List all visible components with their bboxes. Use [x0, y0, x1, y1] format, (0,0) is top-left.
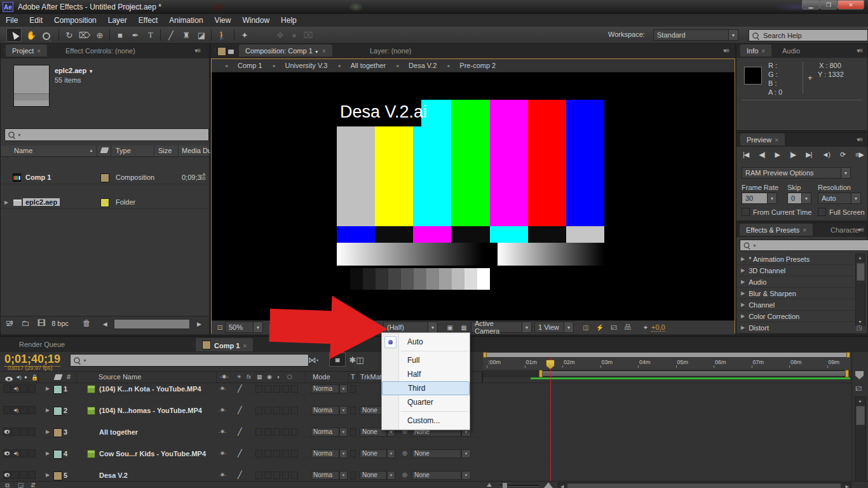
camera-dropdown[interactable]: Active Camera▼: [471, 322, 532, 333]
layer-label-chip[interactable]: [53, 471, 62, 480]
layer-source-name[interactable]: All together: [99, 428, 138, 436]
parent-pickwhip-icon[interactable]: ◎: [402, 450, 407, 456]
menu-item[interactable]: Custom...: [382, 414, 470, 428]
in-out-columns-icon[interactable]: ⇵: [31, 482, 36, 488]
switch-cell[interactable]: [273, 450, 280, 458]
solo-switch[interactable]: [20, 471, 27, 479]
breadcrumb-item[interactable]: University V.3: [281, 61, 332, 70]
bit-depth[interactable]: 8 bpc: [51, 320, 69, 327]
transparency-grid-icon[interactable]: ▦: [457, 321, 471, 334]
video-switch[interactable]: [3, 449, 11, 458]
menu-item[interactable]: Quarter: [382, 395, 470, 409]
switch-cell[interactable]: [255, 428, 262, 436]
label-chip[interactable]: [100, 173, 109, 182]
checkbox-icon[interactable]: [818, 208, 826, 216]
video-switch[interactable]: [3, 428, 11, 436]
close-icon[interactable]: ×: [322, 48, 326, 55]
zoom-slider-thumb[interactable]: [502, 482, 508, 488]
menu-item[interactable]: Half: [382, 367, 470, 381]
new-composition-icon[interactable]: 🎞: [34, 316, 48, 329]
quality-cell[interactable]: ╱: [238, 449, 242, 458]
project-file-name[interactable]: eplc2.aep ▼: [55, 67, 93, 74]
timeline-search-input[interactable]: ▼: [70, 354, 309, 367]
twirl-icon[interactable]: ▶: [46, 451, 50, 456]
scroll-thumb[interactable]: [567, 484, 841, 488]
full-screen-checkbox[interactable]: Full Screen: [818, 208, 865, 216]
tab-project[interactable]: Project×: [6, 44, 47, 57]
timeline-h-scrollbar[interactable]: ◀ ▶: [558, 482, 851, 488]
ram-preview-icon[interactable]: ≡▶: [855, 151, 864, 159]
audio-switch[interactable]: ◄): [11, 449, 19, 458]
layer-label-chip[interactable]: [53, 385, 62, 394]
trash-icon[interactable]: 🗑: [79, 316, 93, 329]
twirl-icon[interactable]: ▶: [46, 429, 50, 435]
v-scrollbar[interactable]: ▲ ▼: [855, 396, 866, 487]
effects-category-row[interactable]: ▶Channel: [737, 299, 854, 311]
switch-cell[interactable]: [273, 385, 280, 393]
scroll-up-icon[interactable]: ▲: [858, 255, 862, 260]
effects-category-row[interactable]: ▶3D Channel: [737, 265, 854, 276]
audio-switch[interactable]: ◄): [11, 428, 19, 436]
preserve-transparency-cell[interactable]: [350, 471, 356, 479]
hash-header[interactable]: #: [67, 373, 71, 381]
effects-search-input[interactable]: ▼: [740, 240, 868, 251]
last-frame-icon[interactable]: ▶|: [806, 151, 811, 159]
switch-cell[interactable]: [273, 407, 280, 414]
selection-tool[interactable]: [6, 28, 22, 42]
switch-cell[interactable]: [255, 450, 262, 458]
from-current-time-checkbox[interactable]: From Current Time: [742, 208, 811, 216]
switch-cell[interactable]: [291, 450, 298, 458]
text-tool-icon[interactable]: T: [144, 29, 158, 41]
effects-category-row[interactable]: ▶* Animation Presets: [737, 254, 854, 265]
camera-tool-icon[interactable]: ⌦: [78, 29, 92, 41]
chevron-down-icon[interactable]: ▼: [339, 384, 348, 393]
switch-cell[interactable]: [273, 428, 280, 436]
label-chip[interactable]: [100, 198, 109, 207]
menu-item[interactable]: File: [0, 14, 24, 27]
scroll-up-icon[interactable]: ▲: [858, 398, 862, 403]
comp-viewer[interactable]: Desa V.2.ai: [212, 72, 735, 320]
view-layout-dropdown[interactable]: 1 View▼: [534, 322, 574, 333]
quality-cell[interactable]: ╱: [238, 471, 242, 479]
chevron-down-icon[interactable]: ▼: [461, 471, 471, 480]
maximize-button[interactable]: ❐: [820, 0, 837, 10]
chevron-down-icon[interactable]: ▼: [339, 449, 348, 458]
switch-cell[interactable]: [264, 385, 271, 393]
zoom-in-mountain-icon[interactable]: [544, 482, 553, 488]
scroll-left-icon[interactable]: ◀: [98, 318, 112, 330]
breadcrumb-item[interactable]: Comp 1: [233, 61, 267, 70]
tab-audio[interactable]: Audio: [776, 44, 806, 57]
panel-menu-icon[interactable]: ▾≡: [857, 47, 862, 54]
skip-dropdown[interactable]: 0▼: [787, 193, 811, 204]
roto-brush-tool-icon[interactable]: 🚶: [215, 29, 229, 41]
twirl-icon[interactable]: ▶: [741, 268, 745, 273]
resolution-dropdown[interactable]: (Half)▼: [383, 322, 438, 333]
parent-whip-cell[interactable]: -✱-: [219, 407, 226, 413]
audio-switch[interactable]: ◄): [11, 384, 19, 393]
menu-item[interactable]: Full: [382, 353, 470, 367]
frame-rate-dropdown[interactable]: 30▼: [742, 193, 777, 204]
rotation-tool-icon[interactable]: ↻: [62, 29, 76, 41]
layer-source-name[interactable]: Desa V.2: [99, 471, 128, 479]
eraser-tool-icon[interactable]: ◪: [194, 29, 208, 41]
item-name[interactable]: Comp 1: [25, 173, 51, 181]
tab-effects-presets[interactable]: Effects & Presets×: [740, 224, 813, 236]
tab-effect-controls[interactable]: Effect Controls: (none): [59, 44, 142, 57]
source-name-header[interactable]: Source Name: [98, 373, 141, 381]
menu-item[interactable]: View: [209, 14, 237, 27]
roi-icon[interactable]: ▣: [443, 321, 457, 334]
menu-item[interactable]: Effect: [133, 14, 163, 27]
parent-pickwhip-icon[interactable]: ◎: [402, 471, 407, 478]
pen-tool-icon[interactable]: ✒: [128, 29, 142, 41]
layer-row[interactable]: ◄) ▶ 5 Desa V.2 -✱- ╱ Norma ▼: [0, 470, 850, 481]
ram-preview-options-dropdown[interactable]: RAM Preview Options▼: [742, 167, 851, 179]
parent-whip-cell[interactable]: -✱-: [219, 386, 226, 391]
clone-stamp-tool-icon[interactable]: ♜: [179, 29, 193, 41]
hand-tool-icon[interactable]: ✋: [24, 29, 38, 41]
switch-cell[interactable]: [255, 385, 262, 393]
flowchart-button-icon[interactable]: 品: [621, 321, 635, 334]
chevron-down-icon[interactable]: ▼: [339, 471, 348, 480]
twirl-icon[interactable]: ▶: [46, 407, 50, 413]
twirl-icon[interactable]: ▶: [741, 290, 745, 296]
blend-mode-dropdown[interactable]: Norma: [311, 384, 339, 393]
